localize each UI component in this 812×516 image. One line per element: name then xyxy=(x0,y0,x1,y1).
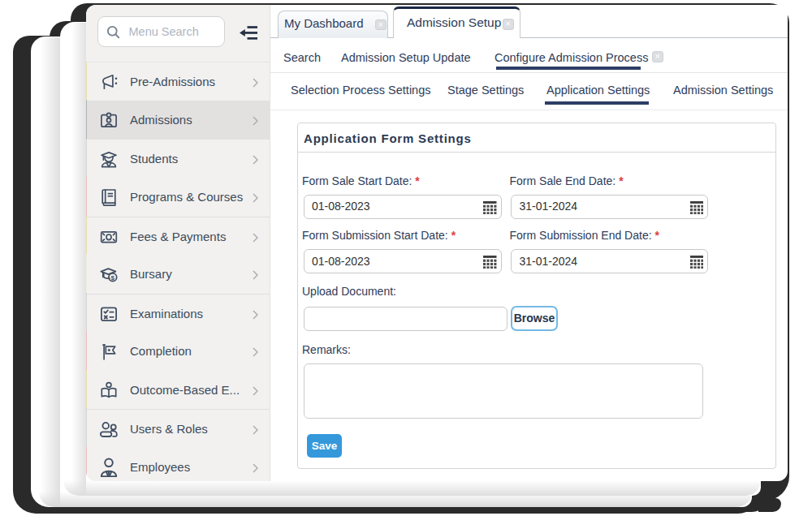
svg-text:$: $ xyxy=(111,274,115,282)
